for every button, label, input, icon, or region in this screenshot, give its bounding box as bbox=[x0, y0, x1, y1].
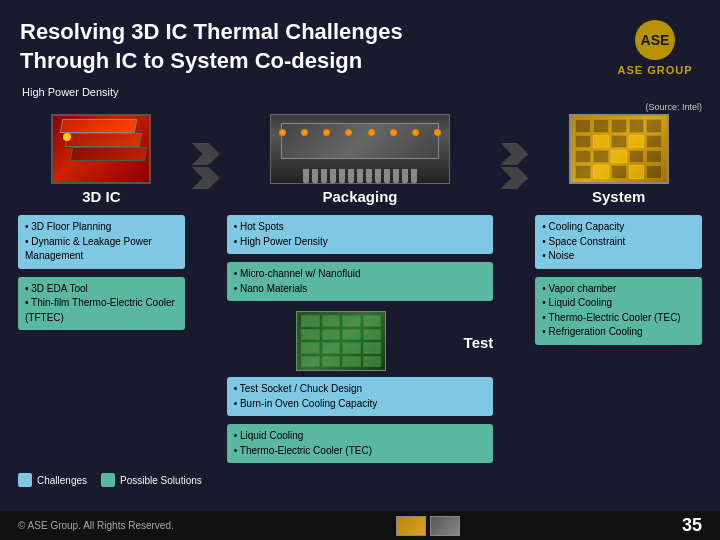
footer-thumbnails bbox=[396, 516, 460, 536]
logo-label: ASE GROUP bbox=[617, 64, 692, 76]
pkg-box2: • Micro-channel w/ Nanofluid• Nano Mater… bbox=[227, 262, 494, 301]
system-label: System bbox=[592, 188, 645, 205]
legend-solutions-box bbox=[101, 473, 115, 487]
header: Resolving 3D IC Thermal Challenges Throu… bbox=[0, 0, 720, 86]
test-image bbox=[296, 311, 386, 371]
ase-logo-icon: ASE bbox=[633, 18, 677, 62]
ic-box2: • 3D EDA Tool• Thin-film Thermo-Electric… bbox=[18, 277, 185, 331]
legend-challenges: Challenges bbox=[18, 473, 87, 487]
col-system: (Source: Intel) System bbox=[535, 102, 702, 209]
ic-box1: • 3D Floor Planning• Dynamic & Leakage P… bbox=[18, 215, 185, 269]
pkg-bullets: • Hot Spots• High Power Density • Micro-… bbox=[227, 215, 494, 467]
sys-bullets: • Cooling Capacity• Space Constraint• No… bbox=[535, 215, 702, 467]
sys-box2: • Vapor chamber• Liquid Cooling• Thermo-… bbox=[535, 277, 702, 345]
page-number: 35 bbox=[682, 515, 702, 536]
source-label: (Source: Intel) bbox=[535, 102, 702, 112]
images-row: 3D IC bbox=[18, 102, 702, 209]
page-title: Resolving 3D IC Thermal Challenges Throu… bbox=[20, 18, 610, 75]
arrow-1 bbox=[191, 143, 221, 209]
3d-ic-label: 3D IC bbox=[82, 188, 120, 205]
pkg-box3: • Test Socket / Chuck Design• Burn-in Ov… bbox=[227, 377, 494, 416]
packaging-image bbox=[270, 114, 450, 184]
pkg-col-inner: Packaging bbox=[227, 114, 494, 209]
main-content: High Power Density 3D IC bbox=[0, 86, 720, 495]
high-power-label: High Power Density bbox=[18, 86, 702, 98]
bullet-rows-1: • 3D Floor Planning• Dynamic & Leakage P… bbox=[18, 215, 702, 467]
arrow-spacer-2 bbox=[499, 215, 529, 467]
copyright: © ASE Group. All Rights Reserved. bbox=[18, 520, 174, 531]
legend-solutions-label: Possible Solutions bbox=[120, 475, 202, 486]
test-section: Test bbox=[227, 311, 494, 373]
arrow-2 bbox=[499, 143, 529, 209]
footer-thumb-2 bbox=[430, 516, 460, 536]
packaging-label: Packaging bbox=[322, 188, 397, 205]
system-image bbox=[569, 114, 669, 184]
arrow-spacer-1 bbox=[191, 215, 221, 467]
sys-box1: • Cooling Capacity• Space Constraint• No… bbox=[535, 215, 702, 269]
ic-bullets: • 3D Floor Planning• Dynamic & Leakage P… bbox=[18, 215, 185, 467]
legend-challenges-box bbox=[18, 473, 32, 487]
pkg-box1: • Hot Spots• High Power Density bbox=[227, 215, 494, 254]
logo-area: ASE ASE GROUP bbox=[610, 18, 700, 76]
slide: Resolving 3D IC Thermal Challenges Throu… bbox=[0, 0, 720, 540]
pkg-box4: • Liquid Cooling• Thermo-Electric Cooler… bbox=[227, 424, 494, 463]
legend-solutions: Possible Solutions bbox=[101, 473, 202, 487]
col-3d-ic: 3D IC bbox=[18, 114, 185, 209]
footer-thumb-1 bbox=[396, 516, 426, 536]
test-label: Test bbox=[464, 334, 494, 351]
svg-text:ASE: ASE bbox=[641, 32, 670, 48]
legend-row: Challenges Possible Solutions bbox=[18, 473, 702, 487]
legend-challenges-label: Challenges bbox=[37, 475, 87, 486]
col-packaging: Packaging bbox=[227, 114, 494, 209]
footer: © ASE Group. All Rights Reserved. 35 bbox=[0, 511, 720, 540]
3d-ic-image bbox=[51, 114, 151, 184]
title-block: Resolving 3D IC Thermal Challenges Throu… bbox=[20, 18, 610, 75]
